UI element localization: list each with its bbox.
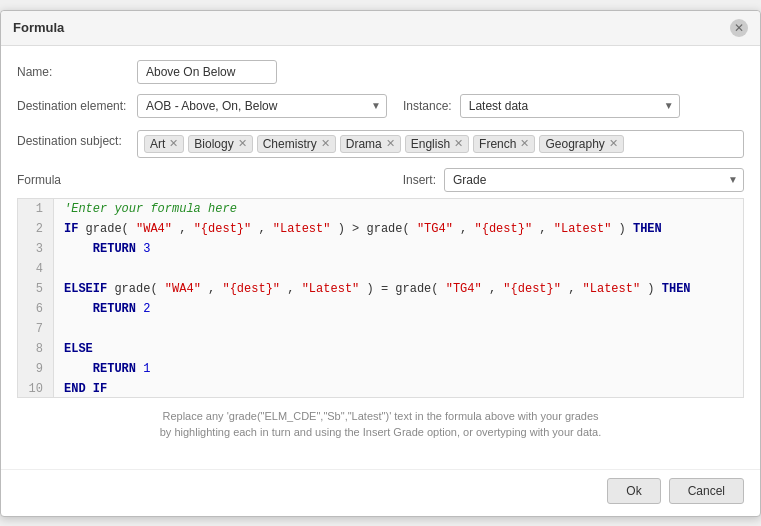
insert-select[interactable]: Grade (444, 168, 744, 192)
tag-drama: Drama ✕ (340, 135, 401, 153)
tag-geography-label: Geography (545, 137, 604, 151)
formula-header: Formula Insert: Grade ▼ (17, 168, 744, 192)
name-label: Name: (17, 65, 137, 79)
tag-drama-remove[interactable]: ✕ (386, 138, 395, 149)
line-content-8: ELSE (54, 339, 93, 359)
destination-label: Destination element: (17, 99, 137, 113)
line-num-1: 1 (18, 199, 54, 219)
line-num-9: 9 (18, 359, 54, 379)
tag-art: Art ✕ (144, 135, 184, 153)
cancel-button[interactable]: Cancel (669, 478, 744, 504)
dialog-titlebar: Formula ✕ (1, 11, 760, 46)
line-num-8: 8 (18, 339, 54, 359)
code-line-1: 1 'Enter your formula here (18, 199, 743, 219)
tag-french: French ✕ (473, 135, 535, 153)
name-input[interactable] (137, 60, 277, 84)
formula-dialog: Formula ✕ Name: Destination element: AOB… (0, 10, 761, 517)
tag-biology-label: Biology (194, 137, 233, 151)
line-content-10: END IF (54, 379, 107, 398)
formula-label: Formula (17, 173, 61, 187)
insert-label: Insert: (403, 173, 436, 187)
line-num-4: 4 (18, 259, 54, 279)
hint-line2: by highlighting each in turn and using t… (160, 426, 602, 438)
code-line-5: 5 ELSEIF grade( "WA4" , "{dest}" , "Late… (18, 279, 743, 299)
line-num-3: 3 (18, 239, 54, 259)
destination-row: Destination element: AOB - Above, On, Be… (17, 94, 744, 118)
tag-art-label: Art (150, 137, 165, 151)
code-line-8: 8 ELSE (18, 339, 743, 359)
tag-english-label: English (411, 137, 450, 151)
code-line-6: 6 RETURN 2 (18, 299, 743, 319)
code-line-7: 7 (18, 319, 743, 339)
line-num-7: 7 (18, 319, 54, 339)
line-num-2: 2 (18, 219, 54, 239)
tag-chemistry-label: Chemistry (263, 137, 317, 151)
line-content-9: RETURN 1 (54, 359, 150, 379)
line-content-4 (54, 259, 71, 279)
insert-select-wrapper: Grade ▼ (444, 168, 744, 192)
tags-container: Art ✕ Biology ✕ Chemistry ✕ Drama ✕ Engl… (137, 130, 744, 158)
line-content-2: IF grade( "WA4" , "{dest}" , "Latest" ) … (54, 219, 662, 239)
line-num-6: 6 (18, 299, 54, 319)
insert-wrapper: Insert: Grade ▼ (403, 168, 744, 192)
line-content-6: RETURN 2 (54, 299, 150, 319)
line-content-7 (54, 319, 71, 339)
destination-select[interactable]: AOB - Above, On, Below (137, 94, 387, 118)
line-content-5: ELSEIF grade( "WA4" , "{dest}" , "Latest… (54, 279, 691, 299)
instance-label: Instance: (403, 99, 452, 113)
tag-geography: Geography ✕ (539, 135, 623, 153)
code-line-10: 10 END IF (18, 379, 743, 398)
tag-french-label: French (479, 137, 516, 151)
tag-geography-remove[interactable]: ✕ (609, 138, 618, 149)
destination-subject-row: Destination subject: Art ✕ Biology ✕ Che… (17, 128, 744, 158)
code-line-4: 4 (18, 259, 743, 279)
tag-french-remove[interactable]: ✕ (520, 138, 529, 149)
instance-select[interactable]: Latest data (460, 94, 680, 118)
code-line-3: 3 RETURN 3 (18, 239, 743, 259)
tag-drama-label: Drama (346, 137, 382, 151)
name-row: Name: (17, 60, 744, 84)
destination-subject-label: Destination subject: (17, 130, 137, 148)
tag-chemistry: Chemistry ✕ (257, 135, 336, 153)
dialog-body: Name: Destination element: AOB - Above, … (1, 46, 760, 469)
close-button[interactable]: ✕ (730, 19, 748, 37)
tag-biology-remove[interactable]: ✕ (238, 138, 247, 149)
tag-english-remove[interactable]: ✕ (454, 138, 463, 149)
code-line-9: 9 RETURN 1 (18, 359, 743, 379)
tag-art-remove[interactable]: ✕ (169, 138, 178, 149)
tag-english: English ✕ (405, 135, 469, 153)
line-content-1: 'Enter your formula here (54, 199, 237, 219)
destination-select-wrapper: AOB - Above, On, Below ▼ (137, 94, 387, 118)
hint-text: Replace any 'grade("ELM_CDE","Sb","Lates… (17, 408, 744, 441)
dialog-footer: Ok Cancel (1, 469, 760, 516)
ok-button[interactable]: Ok (607, 478, 660, 504)
line-num-10: 10 (18, 379, 54, 398)
tag-biology: Biology ✕ (188, 135, 252, 153)
instance-select-wrapper: Latest data ▼ (460, 94, 680, 118)
formula-section: Formula Insert: Grade ▼ 1 'Enter your fo… (17, 168, 744, 441)
line-num-5: 5 (18, 279, 54, 299)
dialog-title: Formula (13, 20, 64, 35)
hint-line1: Replace any 'grade("ELM_CDE","Sb","Lates… (162, 410, 598, 422)
tag-chemistry-remove[interactable]: ✕ (321, 138, 330, 149)
code-line-2: 2 IF grade( "WA4" , "{dest}" , "Latest" … (18, 219, 743, 239)
line-content-3: RETURN 3 (54, 239, 150, 259)
code-editor[interactable]: 1 'Enter your formula here 2 IF grade( "… (17, 198, 744, 398)
